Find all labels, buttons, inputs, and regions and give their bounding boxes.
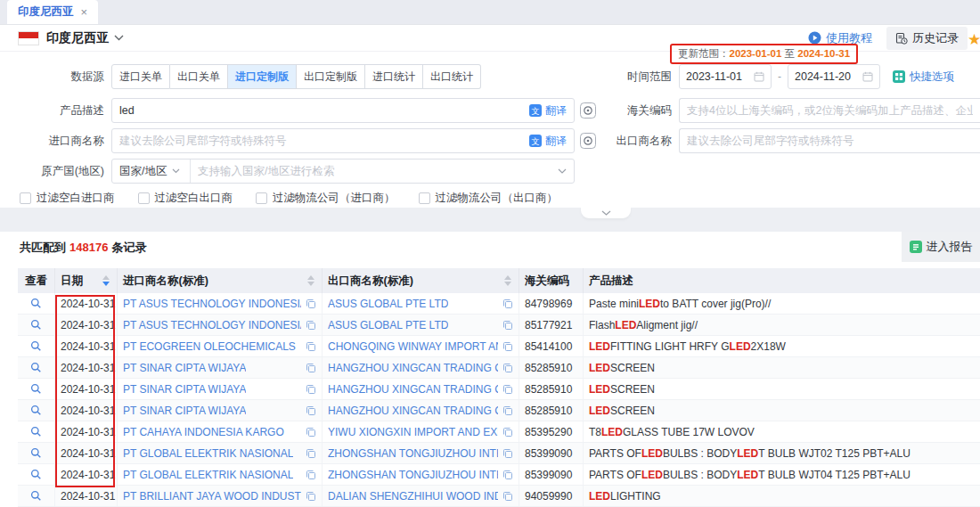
exporter-link[interactable]: ZHONGSHAN TONGJIUZHOU INTERNA...	[328, 447, 498, 460]
view-record-button[interactable]	[30, 362, 42, 373]
copy-icon[interactable]	[301, 384, 316, 395]
country-selector[interactable]: 印度尼西亚	[46, 30, 109, 46]
importer-link[interactable]: PT SINAR CIPTA WIJAYA	[123, 383, 246, 396]
copy-icon[interactable]	[498, 405, 513, 416]
data-source-tab[interactable]: 出口定制版	[297, 64, 365, 89]
copy-icon[interactable]	[498, 491, 513, 502]
checkbox-box[interactable]	[20, 192, 31, 204]
importer-link[interactable]: PT SINAR CIPTA WIJAYA	[123, 362, 246, 374]
importer-link[interactable]: PT CAHAYA INDONESIA KARGO	[123, 426, 284, 438]
start-date-input[interactable]: 2023-11-01	[679, 64, 772, 89]
data-source-tab[interactable]: 进口关单	[111, 64, 170, 89]
copy-icon[interactable]	[301, 405, 316, 416]
filter-checkbox[interactable]: 过滤物流公司（进口商）	[256, 191, 396, 206]
exporter-link[interactable]: HANGZHOU XINGCAN TRADING CO LTD	[328, 405, 498, 417]
copy-icon[interactable]	[301, 298, 316, 309]
importer-link[interactable]: PT GLOBAL ELEKTRIK NASIONAL	[123, 447, 293, 460]
sort-icons[interactable]	[307, 275, 316, 286]
checkbox-label: 过滤物流公司（进口商）	[273, 191, 396, 206]
copy-icon[interactable]	[498, 341, 513, 352]
copy-icon[interactable]	[498, 320, 513, 331]
end-date-input[interactable]: 2024-11-20	[788, 64, 880, 89]
enter-report-button[interactable]: 进入报告	[902, 232, 980, 262]
filter-checkbox[interactable]: 过滤空白进口商	[20, 191, 115, 206]
close-tab-icon[interactable]: ×	[81, 5, 88, 19]
copy-icon[interactable]	[301, 427, 316, 437]
results-panel: 共匹配到148176条记录 进入报告 查看日期进口商名称(标准)出口商名称(标准…	[0, 232, 980, 507]
exporter-link[interactable]: ASUS GLOBAL PTE LTD	[328, 298, 448, 310]
view-record-button[interactable]	[30, 405, 42, 416]
chevron-down-icon[interactable]	[114, 35, 124, 41]
copy-icon[interactable]	[498, 470, 513, 480]
copy-icon[interactable]	[498, 384, 513, 395]
importer-link[interactable]: PT SINAR CIPTA WIJAYA	[123, 405, 246, 417]
column-header[interactable]: 进口商名称(标准)	[118, 268, 323, 293]
copy-icon[interactable]	[301, 341, 316, 352]
copy-icon[interactable]	[301, 491, 316, 502]
copy-icon[interactable]	[498, 363, 513, 373]
importer-name-input[interactable]	[119, 135, 529, 147]
record-count: 148176	[69, 241, 108, 254]
checkbox-box[interactable]	[419, 192, 430, 204]
exporter-link[interactable]: HANGZHOU XINGCAN TRADING CO LTD	[328, 362, 498, 374]
copy-icon[interactable]	[301, 448, 316, 459]
chevron-down-icon[interactable]	[558, 168, 567, 174]
hs-code-cell: 85395290	[519, 421, 584, 442]
copy-icon[interactable]	[498, 448, 513, 459]
view-record-button[interactable]	[30, 383, 42, 395]
data-source-tab[interactable]: 进口定制版	[228, 64, 297, 89]
view-record-button[interactable]	[30, 447, 42, 459]
copy-icon[interactable]	[498, 298, 513, 309]
column-header[interactable]: 出口商名称(标准)	[323, 268, 519, 293]
filter-checkbox[interactable]: 过滤空白出口商	[138, 191, 233, 206]
importer-link[interactable]: PT BRILLIANT JAYA WOOD INDUSTRY	[123, 490, 301, 503]
exporter-name-input[interactable]	[687, 135, 973, 147]
hs-code-input[interactable]	[687, 104, 973, 117]
sort-icons[interactable]	[102, 275, 111, 286]
view-record-button[interactable]	[30, 298, 42, 309]
checkbox-box[interactable]	[138, 192, 150, 204]
importer-link[interactable]: PT ASUS TECHNOLOGY INDONESIA BA...	[123, 298, 301, 310]
checkbox-box[interactable]	[256, 192, 267, 204]
product-desc-input[interactable]	[119, 104, 529, 117]
hs-code-cell: 94059990	[519, 486, 584, 506]
view-record-button[interactable]	[30, 469, 42, 480]
importer-link[interactable]: PT GLOBAL ELEKTRIK NASIONAL	[123, 469, 293, 481]
origin-country-input[interactable]	[191, 165, 558, 177]
collapse-panel-button[interactable]	[581, 207, 631, 218]
country-tab[interactable]: 印度尼西亚 ×	[7, 0, 98, 24]
data-source-tab[interactable]: 出口统计	[423, 64, 481, 89]
exact-match-icon[interactable]	[580, 102, 596, 119]
view-record-button[interactable]	[30, 426, 42, 437]
translate-button[interactable]: 文 翻译	[529, 134, 567, 149]
exact-match-icon[interactable]	[580, 133, 596, 149]
filter-checkbox[interactable]: 过滤物流公司（出口商）	[419, 191, 559, 206]
view-record-button[interactable]	[30, 319, 42, 331]
copy-icon[interactable]	[498, 427, 513, 437]
exporter-link[interactable]: HANGZHOU XINGCAN TRADING CO LTD	[328, 383, 498, 396]
tutorial-icon	[808, 31, 821, 45]
translate-button[interactable]: 文 翻译	[529, 103, 567, 119]
view-record-button[interactable]	[30, 340, 42, 352]
favorite-star-icon[interactable]: ★	[968, 30, 980, 49]
importer-link[interactable]: PT ECOGREEN OLEOCHEMICALS	[123, 340, 296, 353]
exporter-link[interactable]: DALIAN SHENGZHIHUI WOOD INDUST...	[328, 490, 498, 503]
importer-link[interactable]: PT ASUS TECHNOLOGY INDONESIA BA...	[123, 319, 301, 331]
sort-icons[interactable]	[504, 275, 513, 286]
view-record-button[interactable]	[30, 490, 42, 502]
exporter-link[interactable]: ZHONGSHAN TONGJIUZHOU INTERNA...	[328, 469, 498, 481]
copy-icon[interactable]	[301, 320, 316, 331]
data-source-tab[interactable]: 进口统计	[365, 64, 423, 89]
quick-options-link[interactable]: 快捷选项	[893, 70, 954, 85]
copy-icon[interactable]	[301, 363, 316, 373]
table-row: 2024-10-31PT SINAR CIPTA WIJAYAHANGZHOU …	[18, 357, 980, 379]
history-button[interactable]: 历史记录	[886, 27, 968, 50]
data-source-tab[interactable]: 出口关单	[170, 64, 228, 89]
exporter-link[interactable]: YIWU XIONGXIN IMPORT AND EXPORT...	[328, 426, 498, 438]
copy-icon[interactable]	[301, 470, 316, 480]
column-header[interactable]: 日期	[55, 268, 118, 293]
table-row: 2024-10-31PT BRILLIANT JAYA WOOD INDUSTR…	[18, 486, 980, 507]
exporter-link[interactable]: CHONGQING WINWAY IMPORT AND E...	[328, 340, 498, 353]
exporter-link[interactable]: ASUS GLOBAL PTE LTD	[328, 319, 448, 331]
origin-type-select[interactable]: 国家/地区	[112, 159, 191, 183]
